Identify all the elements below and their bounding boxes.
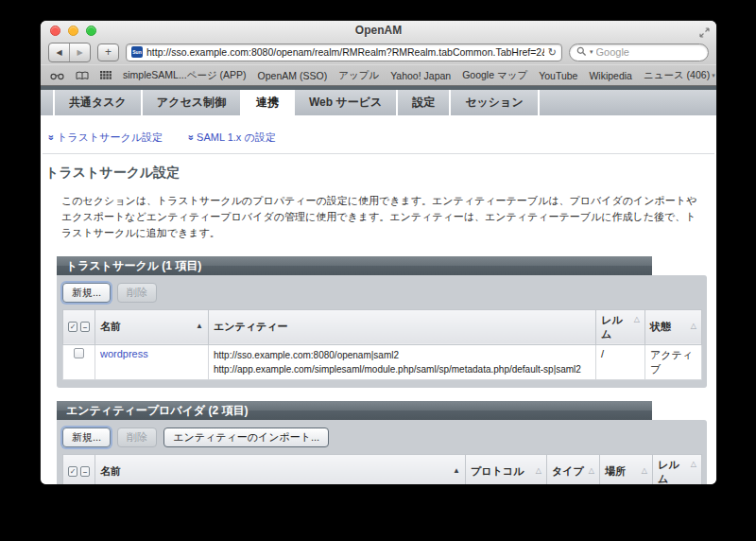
tab-sessions[interactable]: セッション — [449, 90, 539, 115]
new-circle-button[interactable]: 新規... — [62, 283, 111, 303]
circle-table-buttons: 新規... 削除 — [62, 283, 701, 303]
column-header-protocol[interactable]: △プロトコル — [466, 454, 547, 484]
sort-icon[interactable]: △ — [691, 458, 696, 470]
sort-icon[interactable]: △ — [536, 464, 541, 477]
divider — [43, 153, 714, 154]
back-button[interactable]: ◀ — [49, 44, 69, 61]
circle-name-link[interactable]: wordpress — [100, 348, 148, 359]
provider-table-buttons: 新規... 削除 エンティティーのインポート... — [62, 428, 701, 447]
jump-link-circle-of-trust[interactable]: « トラストサークル設定 — [47, 131, 163, 145]
title-bar[interactable]: OpenAM — [41, 21, 716, 40]
chevrons-down-icon: « — [45, 134, 56, 140]
chevrons-down-icon: « — [185, 134, 196, 140]
search-icon — [576, 44, 587, 61]
navigation-toolbar: ◀ ▶ + Sun ↻ ▾ — [41, 40, 716, 64]
sort-asc-icon[interactable]: ▲ — [196, 320, 203, 332]
column-header-entities[interactable]: エンティティー — [209, 309, 596, 344]
address-bar[interactable]: Sun ↻ — [126, 44, 562, 61]
page-title: トラストサークル設定 — [45, 165, 716, 182]
bookmark-item[interactable]: Yahoo! Japan — [390, 70, 451, 81]
entity-providers-table: ✓ – ▲名前 △プロトコル △タイプ △場所 △レルム — [62, 454, 702, 484]
entity-providers-section: エンティティープロバイダ (2 項目) 新規... 削除 エンティティーのインポ… — [57, 401, 707, 484]
bookmark-item[interactable]: OpenAM (SSO) — [258, 70, 328, 81]
search-engine-dropdown-icon[interactable]: ▾ — [590, 48, 593, 56]
section-jump-links: « トラストサークル設定 « SAML 1.x の設定 — [47, 131, 716, 145]
traffic-lights — [50, 26, 96, 36]
select-all-icon[interactable]: ✓ — [68, 466, 77, 477]
bookmarks-book-icon[interactable] — [76, 71, 89, 80]
circle-of-trust-section: トラストサークル (1 項目) 新規... 削除 ✓ – — [57, 256, 707, 388]
bookmark-item[interactable]: Google マップ — [462, 69, 527, 82]
circle-table-panel: 新規... 削除 ✓ – ▲名前 — [57, 275, 707, 388]
tab-federation[interactable]: 連携 — [240, 90, 293, 115]
tab-common-tasks[interactable]: 共通タスク — [53, 90, 141, 115]
new-entity-button[interactable]: 新規... — [62, 428, 111, 447]
bookmarks-bar: simpleSAML...ページ (APP) OpenAM (SSO) アップル… — [41, 64, 716, 85]
circle-table-title-bar: トラストサークル (1 項目) — [57, 256, 652, 275]
new-tab-button[interactable]: + — [97, 44, 119, 61]
reload-icon[interactable]: ↻ — [548, 47, 557, 58]
delete-entity-button: 削除 — [117, 428, 157, 447]
column-header-type[interactable]: △タイプ — [547, 454, 600, 484]
bookmark-item[interactable]: YouTube — [539, 70, 577, 81]
status-cell: アクティブ — [645, 344, 702, 379]
column-header-name[interactable]: ▲名前 — [95, 309, 209, 344]
tab-access-control[interactable]: アクセス制御 — [141, 90, 240, 115]
search-bar[interactable]: ▾ — [569, 44, 709, 61]
browser-chrome: OpenAM ◀ ▶ + Sun ↻ — [41, 21, 716, 86]
row-checkbox[interactable] — [74, 348, 84, 358]
deselect-all-icon[interactable]: – — [80, 466, 90, 477]
column-header-name[interactable]: ▲名前 — [95, 454, 466, 484]
sort-icon[interactable]: △ — [589, 464, 594, 477]
search-input[interactable] — [596, 46, 716, 58]
bookmark-folder[interactable]: ニュース (406)▾ — [644, 69, 715, 82]
import-entity-button[interactable]: エンティティーのインポート... — [163, 428, 329, 447]
openam-page: 共通タスク アクセス制御 連携 Web サービス 設定 セッション « トラスト… — [41, 86, 716, 484]
provider-table-panel: 新規... 削除 エンティティーのインポート... ✓ – — [57, 420, 707, 484]
fullscreen-icon[interactable] — [699, 25, 710, 42]
entity-id: http://sso.example.com:8080/openam|saml2 — [214, 348, 591, 362]
chevron-down-icon: ▾ — [712, 72, 715, 79]
reading-list-glasses-icon[interactable] — [50, 71, 64, 80]
site-favicon: Sun — [131, 46, 143, 58]
table-row: wordpress http://sso.example.com:8080/op… — [63, 344, 702, 379]
column-header-status[interactable]: △状態 — [645, 309, 702, 344]
realm-cell: / — [596, 344, 645, 379]
safari-window: OpenAM ◀ ▶ + Sun ↻ — [41, 21, 716, 484]
bookmark-item[interactable]: simpleSAML...ページ (APP) — [123, 69, 247, 82]
provider-table-title-bar: エンティティープロバイダ (2 項目) — [57, 401, 652, 420]
bookmark-item[interactable]: Wikipedia — [589, 70, 632, 81]
jump-link-saml1x[interactable]: « SAML 1.x の設定 — [187, 131, 276, 145]
history-buttons: ◀ ▶ — [48, 43, 91, 62]
minimize-button[interactable] — [68, 26, 78, 36]
tab-configuration[interactable]: 設定 — [396, 90, 449, 115]
sort-icon[interactable]: △ — [691, 320, 696, 332]
zoom-button[interactable] — [86, 26, 96, 36]
window-title: OpenAM — [41, 21, 716, 40]
entity-id: http://app.example.com/simplesaml/module… — [214, 362, 591, 376]
top-sites-grid-icon[interactable] — [100, 71, 112, 79]
circle-of-trust-table: ✓ – ▲名前 エンティティー △レルム △状態 — [62, 309, 702, 380]
delete-circle-button: 削除 — [117, 283, 157, 303]
page-description: このセクションは、トラストサークルのプロパティーの設定に使用できます。エンティテ… — [61, 193, 699, 241]
console-tab-bar: 共通タスク アクセス制御 連携 Web サービス 設定 セッション — [41, 90, 716, 115]
close-button[interactable] — [50, 26, 60, 36]
column-header-location[interactable]: △場所 — [600, 454, 653, 484]
tab-web-services[interactable]: Web サービス — [293, 90, 396, 115]
select-all-icon[interactable]: ✓ — [68, 322, 77, 332]
url-input[interactable] — [146, 46, 544, 58]
bookmark-item[interactable]: アップル — [338, 69, 379, 82]
sort-icon[interactable]: △ — [634, 313, 640, 325]
deselect-all-icon[interactable]: – — [80, 322, 90, 332]
column-header-realm[interactable]: △レルム — [596, 309, 645, 344]
column-header-realm[interactable]: △レルム — [653, 454, 702, 484]
sort-asc-icon[interactable]: ▲ — [453, 464, 460, 477]
sort-icon[interactable]: △ — [642, 464, 647, 477]
forward-button[interactable]: ▶ — [69, 44, 90, 61]
